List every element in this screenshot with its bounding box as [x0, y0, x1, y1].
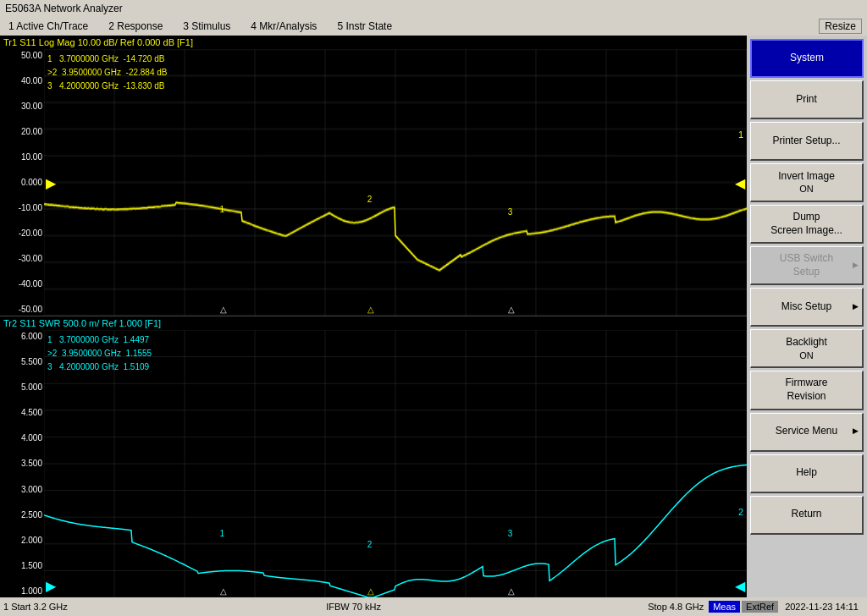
sidebar-btn-system[interactable]: System: [750, 39, 864, 78]
trace1-tri2: △: [367, 305, 374, 314]
trace1-y-20: 20.00: [2, 127, 42, 136]
trace2-marker1: 1 3.7000000 GHz 1.4497: [47, 333, 152, 347]
trace2-y-55: 5.500: [2, 357, 42, 366]
trace2-canvas-wrap: 6.000 5.500 5.000 4.500 4.000 3.500 3.00…: [0, 330, 747, 597]
menu-item-response[interactable]: 2 Response: [105, 19, 166, 34]
trace2-y-35: 3.500: [2, 459, 42, 468]
trace2-y-25: 2.500: [2, 510, 42, 520]
trace1-y-axis: 50.00 40.00 30.00 20.00 10.00 0.000 -10.…: [0, 49, 44, 316]
trace1-wrapper: Tr1 S11 Log Mag 10.00 dB/ Ref 0.000 dB […: [0, 36, 747, 316]
trace1-y-m30: -30.00: [2, 254, 42, 263]
trace2-y-6: 6.000: [2, 332, 42, 341]
trace2-y-4: 4.000: [2, 433, 42, 443]
trace1-plot: 1 3.7000000 GHz -14.720 dB >2 3.9500000 …: [44, 49, 747, 316]
trace1-ref-right: ◀: [735, 174, 745, 190]
trace1-y-30: 30.00: [2, 102, 42, 111]
trace2-mknum3: 3: [508, 529, 513, 538]
trace2-tri1: △: [220, 586, 227, 596]
trace1-canvas-wrap: 50.00 40.00 30.00 20.00 10.00 0.000 -10.…: [0, 49, 747, 316]
trace1-marker-readout: 1 3.7000000 GHz -14.720 dB >2 3.9500000 …: [47, 52, 168, 93]
trace2-y-5: 5.000: [2, 382, 42, 392]
trace1-header: Tr1 S11 Log Mag 10.00 dB/ Ref 0.000 dB […: [0, 36, 747, 49]
sidebar-btn-invert-image[interactable]: Invert Image ON: [750, 163, 864, 202]
trace1-number: 1: [738, 129, 743, 140]
sidebar-btn-service-menu[interactable]: Service Menu: [750, 413, 864, 452]
trace1-ref-left: ▶: [46, 174, 56, 190]
trace2-marker3: 3 4.2000000 GHz 1.5109: [47, 360, 152, 374]
trace1-tri3: △: [508, 305, 515, 314]
chart-area: Tr1 S11 Log Mag 10.00 dB/ Ref 0.000 dB […: [0, 36, 747, 597]
trace1-label: Tr1 S11 Log Mag 10.00 dB/ Ref 0.000 dB […: [3, 37, 193, 47]
status-bar: 1 Start 3.2 GHz IFBW 70 kHz Stop 4.8 GHz…: [0, 597, 867, 616]
trace2-ref-right: ◀: [735, 578, 745, 594]
trace2-tri3: △: [508, 586, 515, 596]
trace1-mknum3: 3: [508, 207, 513, 217]
main-area: Tr1 S11 Log Mag 10.00 dB/ Ref 0.000 dB […: [0, 36, 867, 597]
sidebar-btn-usb-switch[interactable]: USB Switch Setup: [750, 246, 864, 285]
trace2-y-3: 3.000: [2, 485, 42, 494]
trace1-y-m50: -50.00: [2, 305, 42, 314]
sidebar: System Print Printer Setup... Invert Ima…: [747, 36, 867, 597]
trace2-y-15: 1.500: [2, 561, 42, 570]
trace1-y-40: 40.00: [2, 76, 42, 85]
trace2-ref-left: ▶: [46, 578, 56, 594]
sidebar-btn-dump-screen[interactable]: Dump Screen Image...: [750, 205, 864, 244]
trace1-y-10: 10.00: [2, 152, 42, 162]
sidebar-btn-backlight[interactable]: Backlight ON: [750, 329, 864, 368]
trace1-tri1: △: [220, 305, 227, 314]
trace1-mknum2: 2: [367, 195, 373, 204]
trace2-y-45: 4.500: [2, 408, 42, 417]
trace2-y-1: 1.000: [2, 586, 42, 596]
trace1-y-0: 0.000: [2, 178, 42, 187]
title-text: E5063A Network Analyzer: [5, 3, 123, 14]
status-stop: Stop 4.8 GHz: [470, 602, 704, 612]
menu-item-active-ch[interactable]: 1 Active Ch/Trace: [5, 19, 91, 34]
status-ifbw: IFBW 70 kHz: [237, 602, 471, 612]
trace1-marker1: 1 3.7000000 GHz -14.720 dB: [47, 52, 168, 66]
trace2-mknum2: 2: [367, 540, 373, 549]
trace2-y-2: 2.000: [2, 536, 42, 545]
sidebar-btn-misc-setup[interactable]: Misc Setup: [750, 288, 864, 327]
menu-item-stimulus[interactable]: 3 Stimulus: [179, 19, 234, 34]
status-extref: ExtRef: [742, 601, 778, 613]
trace1-y-m40: -40.00: [2, 279, 42, 289]
trace2-marker2: >2 3.9500000 GHz 1.1555: [47, 347, 152, 360]
trace2-wrapper: Tr2 S11 SWR 500.0 m/ Ref 1.000 [F1] 6.00…: [0, 316, 747, 597]
menu-bar: 1 Active Ch/Trace 2 Response 3 Stimulus …: [0, 17, 867, 36]
trace2-plot: 1 3.7000000 GHz 1.4497 >2 3.9500000 GHz …: [44, 330, 747, 597]
sidebar-btn-printer-setup[interactable]: Printer Setup...: [750, 122, 864, 161]
menu-item-instr[interactable]: 5 Instr State: [334, 19, 395, 34]
trace2-number: 2: [738, 507, 743, 517]
trace1-y-50: 50.00: [2, 51, 42, 60]
resize-button[interactable]: Resize: [819, 19, 862, 34]
sidebar-btn-print[interactable]: Print: [750, 80, 864, 119]
trace2-y-axis: 6.000 5.500 5.000 4.500 4.000 3.500 3.00…: [0, 330, 44, 597]
sidebar-btn-return[interactable]: Return: [750, 496, 864, 535]
trace2-marker-readout: 1 3.7000000 GHz 1.4497 >2 3.9500000 GHz …: [47, 333, 152, 374]
status-meas: Meas: [709, 601, 740, 613]
trace2-tri2: △: [367, 586, 374, 596]
trace1-mknum1: 1: [220, 205, 225, 214]
sidebar-btn-firmware[interactable]: Firmware Revision: [750, 371, 864, 410]
status-datetime: 2022-11-23 14:11: [780, 601, 864, 613]
status-start: 1 Start 3.2 GHz: [3, 602, 237, 612]
trace2-header: Tr2 S11 SWR 500.0 m/ Ref 1.000 [F1]: [0, 316, 747, 330]
sidebar-btn-help[interactable]: Help: [750, 454, 864, 493]
title-bar: E5063A Network Analyzer: [0, 0, 867, 17]
trace1-y-m10: -10.00: [2, 203, 42, 212]
trace1-marker2: >2 3.9500000 GHz -22.884 dB: [47, 66, 168, 80]
trace1-y-m20: -20.00: [2, 228, 42, 238]
trace2-mknum1: 1: [220, 529, 225, 538]
menu-item-mkr[interactable]: 4 Mkr/Analysis: [247, 19, 320, 34]
trace1-marker3: 3 4.2000000 GHz -13.830 dB: [47, 80, 168, 93]
trace2-label: Tr2 S11 SWR 500.0 m/ Ref 1.000 [F1]: [3, 318, 161, 328]
